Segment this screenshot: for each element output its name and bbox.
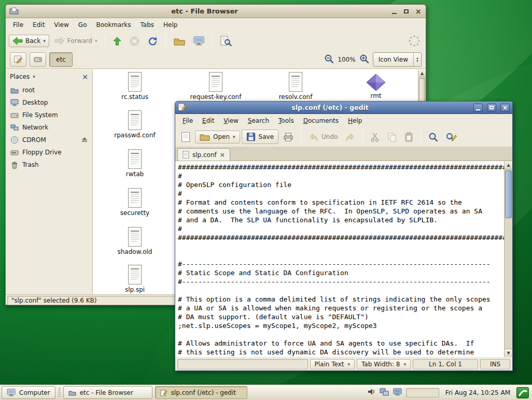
task-file-browser[interactable]: etc - File Browser (63, 386, 152, 399)
minimize-button[interactable] (390, 7, 398, 15)
toggle-location-entry-button[interactable] (10, 52, 26, 67)
system-tray: Fri Aug 24, 10:25 AM (367, 386, 530, 399)
reload-button[interactable] (145, 35, 161, 48)
find-button[interactable] (425, 130, 441, 144)
menu-tools[interactable]: Tools (274, 116, 298, 126)
maximize-button[interactable] (487, 104, 496, 112)
save-button[interactable]: Save (242, 130, 278, 144)
menu-view[interactable]: View (219, 116, 242, 126)
path-segment-label: etc (56, 56, 66, 63)
gedit-statusbar: Plain Text ▾ Tab Width: 8 ▾ Ln 1, Col 1 … (175, 357, 512, 372)
close-button[interactable]: × (414, 7, 422, 15)
file-item[interactable]: shadow.old (101, 226, 169, 255)
clock[interactable]: Fri Aug 24, 10:25 AM (443, 389, 512, 396)
file-item[interactable]: rpasswd.conf (101, 110, 169, 139)
display-tray-icon[interactable] (393, 388, 402, 397)
cursor-position: Ln 1, Col 1 (413, 359, 478, 369)
menu-search[interactable]: Search (244, 116, 273, 126)
file-item[interactable]: request-key.conf (182, 72, 249, 101)
file-name: resolv.conf (262, 93, 329, 101)
tray-applet[interactable] (406, 388, 439, 397)
places-close-button[interactable]: × (82, 73, 88, 81)
find-icon (428, 132, 438, 142)
zoom-in-button[interactable] (359, 54, 369, 65)
path-root-button[interactable] (30, 52, 46, 67)
gedit-text-area[interactable]: ########################################… (175, 161, 512, 357)
places-selector[interactable]: Places (10, 73, 30, 80)
eject-button[interactable] (81, 136, 88, 144)
tab-close-button[interactable]: × (220, 152, 225, 158)
editor-scrollbar[interactable]: ▲ ▼ (504, 161, 512, 357)
file-item[interactable]: resolv.conf (262, 72, 329, 101)
save-icon (246, 132, 256, 141)
menu-help[interactable]: Help (344, 116, 366, 126)
computer-button-toolbar[interactable] (190, 35, 207, 47)
gedit-titlebar[interactable]: slp.conf (/etc) - gedit × (175, 102, 512, 114)
text-file-icon (127, 264, 143, 285)
file-item[interactable]: rc.status (101, 72, 169, 101)
separator (421, 131, 421, 143)
menu-go[interactable]: Go (74, 20, 91, 30)
menu-edit[interactable]: Edit (29, 20, 49, 30)
sidebar-item-cdrom[interactable]: CDROM (6, 134, 92, 146)
scroll-up-button[interactable]: ▲ (505, 161, 512, 169)
folder-window-icon (9, 7, 19, 16)
home-folder-button[interactable] (171, 35, 188, 47)
stop-button[interactable] (127, 35, 143, 48)
sidebar-item-root[interactable]: root (6, 84, 92, 96)
print-button[interactable] (280, 130, 297, 144)
forward-button[interactable]: Forward ▾ (51, 35, 101, 47)
file-item[interactable]: slp.spi (101, 264, 169, 293)
sidebar-item-floppy[interactable]: Floppy Drive (6, 146, 92, 159)
sidebar-item-desktop[interactable]: Desktop (6, 96, 92, 109)
maximize-button[interactable] (402, 7, 410, 15)
document-text[interactable]: ########################################… (175, 161, 504, 357)
redo-button[interactable] (342, 131, 358, 144)
zoom-out-button[interactable] (324, 54, 334, 65)
file-item[interactable]: rmt (342, 74, 410, 99)
undo-button[interactable]: Undo (305, 131, 341, 144)
volume-icon[interactable] (367, 388, 375, 397)
scrollbar-thumb[interactable] (505, 170, 512, 218)
menu-tabs[interactable]: Tabs (136, 20, 159, 30)
copy-button[interactable] (384, 130, 400, 144)
view-mode-stepper[interactable]: ▴ ▾ (413, 53, 421, 66)
menu-edit[interactable]: Edit (198, 116, 218, 126)
sidebar-item-network[interactable]: Network (6, 121, 92, 134)
language-select[interactable]: Plain Text ▾ (310, 359, 355, 369)
search-button[interactable] (217, 34, 235, 48)
minimize-icon (476, 109, 480, 110)
replace-button[interactable] (443, 130, 460, 144)
minimize-button[interactable] (473, 104, 483, 112)
menu-help[interactable]: Help (159, 20, 181, 30)
path-segment-etc-button[interactable]: etc (49, 52, 73, 67)
tab-slp-conf[interactable]: slp.conf × (177, 148, 230, 161)
back-button[interactable]: Back ▾ (9, 35, 49, 47)
view-mode-select[interactable]: Icon View ▴ ▾ (373, 52, 422, 67)
menu-file[interactable]: File (9, 20, 27, 30)
file-item[interactable]: rwtab (101, 149, 169, 178)
scroll-up-button[interactable]: ▲ (418, 69, 426, 77)
tab-width-select[interactable]: Tab Width: 8 ▾ (357, 359, 411, 369)
panel-handle[interactable] (58, 388, 61, 397)
sidebar-item-filesystem[interactable]: File System (6, 109, 92, 121)
open-button[interactable]: Open ▾ (195, 131, 240, 144)
file-item[interactable]: securetty (101, 188, 169, 217)
close-button[interactable]: × (500, 104, 510, 112)
scroll-down-button[interactable]: ▼ (505, 349, 512, 357)
menu-file[interactable]: File (178, 116, 197, 126)
menu-view[interactable]: View (50, 20, 73, 30)
menu-bookmarks[interactable]: Bookmarks (92, 20, 135, 30)
cut-button[interactable] (367, 130, 383, 144)
sidebar-item-trash[interactable]: Trash (6, 159, 92, 171)
file-name: rc.status (101, 93, 169, 101)
task-gedit[interactable]: slp.conf (/etc) - gedit (155, 386, 247, 399)
menu-documents[interactable]: Documents (299, 116, 343, 126)
network-tray-icon[interactable] (380, 388, 389, 397)
file-browser-titlebar[interactable]: etc - File Browser × (6, 5, 426, 18)
desktop-switcher-button[interactable] (516, 387, 529, 398)
new-document-button[interactable] (178, 130, 193, 145)
up-button[interactable] (110, 35, 124, 47)
computer-menu-button[interactable]: Computer (2, 386, 55, 399)
paste-button[interactable] (401, 130, 416, 144)
